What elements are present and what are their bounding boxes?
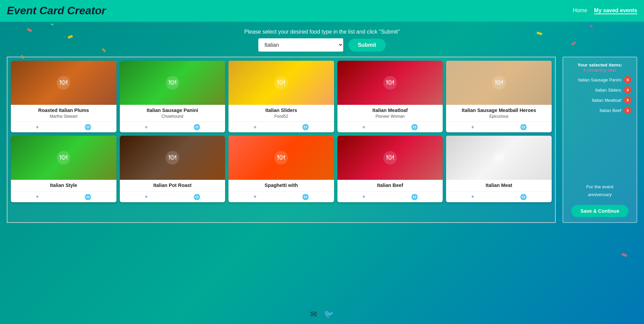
card-add-btn-6[interactable]: + — [36, 194, 39, 200]
confetti-6 — [590, 24, 593, 28]
card-add-btn-7[interactable]: + — [145, 194, 148, 200]
card-image-2: 🍽 — [120, 61, 225, 105]
card-image-8: 🍽 — [228, 136, 334, 180]
svg-text:🍽: 🍽 — [60, 153, 67, 161]
food-type-select[interactable]: ItalianMexicanChineseAmericanIndianFrenc… — [258, 38, 343, 52]
food-card-4: 🍽 Italian MeatloafPioneer Woman+🌐 — [337, 61, 443, 132]
selected-items-list: Italian Sausage PaninixItalian SlidersxI… — [568, 76, 631, 117]
card-image-1: 🍽 — [11, 61, 116, 105]
card-globe-btn-3[interactable]: 🌐 — [302, 124, 309, 130]
card-source-1: Martha Stewart — [14, 114, 114, 119]
card-title-4: Italian Meatloaf — [340, 108, 440, 113]
remove-item-btn-1[interactable]: x — [624, 86, 631, 94]
twitter-icon: 🐦 — [324, 309, 334, 319]
nav-home[interactable]: Home — [573, 7, 587, 14]
sidebar-title: Your selected items: — [577, 62, 622, 68]
selected-item-label-1: Italian Sliders — [568, 88, 624, 93]
selected-item-label-3: Italian Beef — [568, 108, 624, 113]
food-card-7: 🍽 Italian Pot Roast+🌐 — [120, 136, 225, 202]
svg-text:🍽: 🍽 — [169, 78, 176, 87]
sidebar: Your selected items: 6 remaining slots I… — [563, 57, 637, 223]
card-source-5: Epicurious — [449, 114, 549, 119]
food-card-8: 🍽 Spaghetti with+🌐 — [228, 136, 334, 202]
card-image-7: 🍽 — [120, 136, 225, 180]
card-source-2: Chowhound — [123, 114, 223, 119]
svg-text:🍽: 🍽 — [386, 78, 394, 87]
card-title-5: Italian Sausage Meatball Heroes — [449, 108, 549, 113]
svg-text:🍽: 🍽 — [60, 78, 67, 87]
card-globe-btn-4[interactable]: 🌐 — [411, 124, 418, 130]
controls-row: ItalianMexicanChineseAmericanIndianFrenc… — [7, 38, 637, 52]
card-title-3: Italian Sliders — [231, 108, 331, 113]
card-globe-btn-7[interactable]: 🌐 — [194, 194, 200, 200]
sidebar-event-name: anniversary — [588, 192, 612, 197]
content-row: 🍽 Roasted Italian PlumsMartha Stewart+🌐 … — [7, 57, 637, 223]
card-add-btn-2[interactable]: + — [145, 124, 148, 130]
main-nav: Home My saved events — [573, 7, 637, 14]
remove-item-btn-3[interactable]: x — [624, 107, 631, 114]
svg-text:🍽: 🍽 — [495, 78, 503, 87]
cards-container[interactable]: 🍽 Roasted Italian PlumsMartha Stewart+🌐 … — [7, 57, 556, 223]
card-add-btn-1[interactable]: + — [36, 124, 39, 130]
svg-text:🍽: 🍽 — [277, 78, 285, 87]
app-header: Event Card Creator Home My saved events — [0, 0, 644, 22]
card-title-7: Italian Pot Roast — [123, 183, 223, 188]
food-card-6: 🍽 Italian Style+🌐 — [11, 136, 116, 202]
confetti-9 — [621, 253, 627, 257]
instruction-area: Please select your desired food type in … — [7, 29, 637, 52]
footer-icons: ✉ 🐦 — [307, 306, 337, 322]
nav-saved-events[interactable]: My saved events — [594, 7, 637, 14]
food-card-5: 🍽 Italian Sausage Meatball HeroesEpicuri… — [446, 61, 552, 132]
food-card-10: 🍽 Italian Meat+🌐 — [446, 136, 552, 202]
svg-text:🍽: 🍽 — [495, 153, 503, 161]
card-image-3: 🍽 — [228, 61, 334, 105]
card-source-3: Food52 — [231, 114, 331, 119]
card-image-9: 🍽 — [337, 136, 443, 180]
sidebar-slots: 6 remaining slots — [584, 68, 617, 73]
remove-item-btn-0[interactable]: x — [624, 76, 631, 83]
svg-text:🍽: 🍽 — [386, 153, 394, 161]
selected-item-label-0: Italian Sausage Panini — [568, 77, 624, 82]
card-globe-btn-6[interactable]: 🌐 — [85, 194, 91, 200]
card-title-9: Italian Beef — [340, 183, 440, 188]
sidebar-event-for-label: For the event — [586, 184, 613, 189]
save-continue-button[interactable]: Save & Continue — [571, 205, 628, 217]
card-image-4: 🍽 — [337, 61, 443, 105]
card-add-btn-9[interactable]: + — [362, 194, 365, 200]
card-image-6: 🍽 — [11, 136, 116, 180]
card-globe-btn-5[interactable]: 🌐 — [520, 124, 527, 130]
food-card-2: 🍽 Italian Sausage PaniniChowhound+🌐 — [120, 61, 225, 132]
card-globe-btn-10[interactable]: 🌐 — [520, 194, 527, 200]
selected-item-1: Italian Slidersx — [568, 86, 631, 94]
card-globe-btn-8[interactable]: 🌐 — [302, 194, 309, 200]
card-globe-btn-9[interactable]: 🌐 — [411, 194, 418, 200]
card-add-btn-8[interactable]: + — [254, 194, 257, 200]
cards-grid: 🍽 Roasted Italian PlumsMartha Stewart+🌐 … — [11, 61, 552, 202]
card-add-btn-5[interactable]: + — [471, 124, 474, 130]
food-card-3: 🍽 Italian SlidersFood52+🌐 — [228, 61, 334, 132]
svg-text:🍽: 🍽 — [169, 153, 176, 161]
card-globe-btn-1[interactable]: 🌐 — [85, 124, 91, 130]
instruction-text: Please select your desired food type in … — [244, 29, 400, 35]
card-add-btn-4[interactable]: + — [362, 124, 365, 130]
card-source-4: Pioneer Woman — [340, 114, 440, 119]
selected-item-label-2: Italian Meatloaf — [568, 98, 624, 103]
card-add-btn-10[interactable]: + — [471, 194, 474, 200]
remove-item-btn-2[interactable]: x — [624, 96, 631, 104]
card-title-2: Italian Sausage Panini — [123, 108, 223, 113]
card-image-5: 🍽 — [446, 61, 552, 105]
card-image-10: 🍽 — [446, 136, 552, 180]
main-content: Please select your desired food type in … — [0, 22, 644, 324]
food-card-1: 🍽 Roasted Italian PlumsMartha Stewart+🌐 — [11, 61, 116, 132]
card-title-1: Roasted Italian Plums — [14, 108, 114, 113]
card-add-btn-3[interactable]: + — [254, 124, 257, 130]
selected-item-0: Italian Sausage Paninix — [568, 76, 631, 83]
submit-button[interactable]: Submit — [348, 39, 386, 52]
app-title: Event Card Creator — [7, 4, 106, 17]
card-globe-btn-2[interactable]: 🌐 — [194, 124, 200, 130]
card-title-6: Italian Style — [14, 183, 114, 188]
food-card-9: 🍽 Italian Beef+🌐 — [337, 136, 443, 202]
selected-item-2: Italian Meatloafx — [568, 96, 631, 104]
email-icon: ✉ — [310, 309, 317, 319]
confetti-7 — [51, 23, 54, 25]
